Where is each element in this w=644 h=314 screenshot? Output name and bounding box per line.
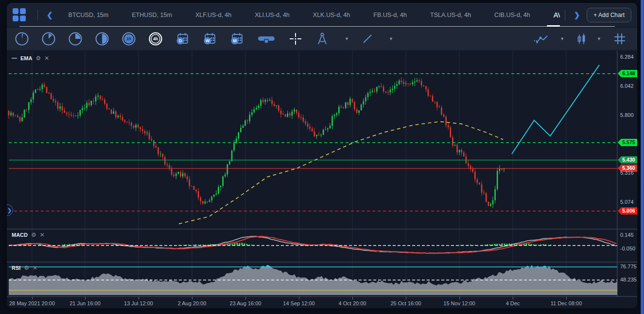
trend-line-icon[interactable] — [361, 33, 374, 45]
time-label: 28 May 2021 20:00 — [7, 300, 59, 306]
chevron-down-icon[interactable]: ▼ — [560, 36, 564, 41]
macd-legend-label: MACD — [12, 232, 28, 238]
price-tick-5.800: 5.800 — [620, 112, 634, 118]
price-tick-5.074: 5.074 — [620, 199, 634, 205]
tab-aval-us-d[interactable]: AVAL.US-d, 4h — [542, 3, 560, 27]
window-edge-scrollbar[interactable] — [641, 0, 644, 314]
ema-settings-gear-icon[interactable]: ⚙ — [35, 55, 41, 62]
divider — [565, 10, 565, 20]
time-tick — [459, 297, 460, 299]
calendar-m-icon[interactable]: M — [229, 32, 244, 46]
chart-toolbar: 1h4hDWM▼▼ ▼ ▼ — [7, 28, 637, 50]
time-tick — [299, 297, 299, 299]
rsi-legend-label: RSI — [12, 265, 20, 271]
rsi-tick-76.775: 76.775 — [620, 264, 637, 269]
macd-tick-0.145: 0.145 — [620, 232, 634, 238]
time-label: 4 Dec — [486, 300, 540, 306]
price-badge-6.148: 6.148 — [618, 70, 637, 77]
crosshair-icon[interactable] — [288, 32, 303, 46]
svg-text:D: D — [179, 38, 182, 43]
time-label: 15 Nov 12:00 — [433, 300, 486, 306]
chart-tabs: BTCUSD, 15mETHUSD, 15mXLF.US-d, 4hXLI.US… — [57, 3, 560, 27]
tab-xlk-us-d[interactable]: XLK.US-d, 4h — [301, 3, 362, 27]
screen: { "topbar": { "tabs": [ {"label": "BTCUS… — [0, 0, 644, 314]
time-label: 13 Jul 12:00 — [112, 300, 165, 306]
tabs-scroll-left-icon[interactable]: ❮ — [43, 11, 57, 19]
macd-tick--0.050: -0.050 — [620, 246, 635, 251]
grid-settings-icon[interactable] — [613, 32, 627, 46]
tab-ethusd[interactable]: ETHUSD, 15m — [120, 3, 184, 27]
add-chart-button[interactable]: + Add Chart — [587, 8, 631, 22]
time-tick — [352, 297, 353, 299]
collapse-indicator-icon[interactable] — [12, 58, 17, 59]
macd-settings-gear-icon[interactable]: ⚙ — [31, 231, 36, 238]
trading-app-window: ❮ BTCUSD, 15mETHUSD, 15mXLF.US-d, 4hXLI.… — [7, 3, 637, 308]
time-tick — [192, 297, 192, 299]
rsi-tick-48.235: 48.235 — [620, 277, 637, 282]
tab-fb-us-d[interactable]: FB.US-d, 4h — [362, 3, 418, 27]
chevron-down-icon[interactable]: ▼ — [597, 36, 601, 41]
time-label: 4 Oct 20:00 — [326, 300, 379, 306]
timeframe-4h-icon[interactable]: 4h — [148, 32, 163, 46]
timeframe-tf-3-icon[interactable] — [68, 32, 83, 46]
time-label: 23 Aug 16:00 — [219, 300, 272, 306]
tab-tsla-us-d[interactable]: TSLA.US-d, 4h — [418, 3, 483, 27]
chevron-down-icon[interactable]: ▼ — [345, 36, 349, 41]
time-tick — [513, 297, 513, 299]
time-label: 2 Aug 20:00 — [165, 300, 219, 306]
svg-text:W: W — [206, 38, 210, 43]
tab-cib-us-d[interactable]: CIB.US-d, 4h — [483, 3, 542, 27]
chart-area: EMA ⚙ ✕ MACD ⚙ ✕ RSI ⚙ ✕ 6.2846.1486.042… — [7, 51, 637, 308]
price-tick-6.284: 6.284 — [620, 54, 634, 60]
range-slider-icon[interactable] — [257, 32, 276, 46]
time-tick — [85, 297, 86, 299]
price-badge-5.006: 5.006 — [618, 207, 637, 215]
macd-legend: MACD ⚙ ✕ — [12, 231, 45, 238]
timeframe-tf-4-icon[interactable] — [95, 32, 109, 46]
divider — [37, 10, 38, 20]
chart-tab-bar: ❮ BTCUSD, 15mETHUSD, 15mXLF.US-d, 4hXLI.… — [7, 3, 637, 27]
toolbar-right-group: ▼ ▼ — [533, 32, 629, 46]
rsi-settings-gear-icon[interactable]: ⚙ — [24, 264, 29, 271]
timeframe-tf-2-icon[interactable] — [41, 32, 56, 46]
tab-xli-us-d[interactable]: XLI.US-d, 4h — [243, 3, 301, 27]
tabs-scroll-right-icon[interactable]: ❯ — [570, 11, 584, 19]
price-badge-5.575: 5.575 — [618, 139, 637, 146]
chevron-down-icon[interactable]: ▼ — [389, 36, 393, 41]
time-tick — [566, 297, 567, 299]
chart-canvas[interactable] — [7, 51, 637, 297]
time-tick — [139, 297, 139, 299]
calendar-d-icon[interactable]: D — [175, 32, 190, 46]
svg-text:M: M — [233, 38, 237, 43]
calendar-w-icon[interactable]: W — [202, 32, 217, 46]
rsi-legend: RSI ⚙ ✕ — [12, 264, 37, 271]
time-tick — [32, 297, 33, 299]
time-label: 11 Dec 08:00 — [540, 300, 593, 306]
timeframe-1h-icon[interactable]: 1h — [122, 32, 136, 46]
chart-style-candles-icon[interactable] — [576, 33, 588, 45]
compass-drawing-icon[interactable] — [315, 32, 330, 46]
tab-xlf-us-d[interactable]: XLF.US-d, 4h — [184, 3, 243, 27]
price-tick-6.042: 6.042 — [620, 83, 634, 89]
rsi-close-icon[interactable]: ✕ — [33, 264, 37, 271]
time-tick — [406, 297, 406, 299]
time-label: 25 Oct 16:00 — [379, 300, 433, 306]
time-tick — [245, 297, 246, 299]
chart-style-line-icon[interactable] — [533, 33, 551, 45]
ema-close-icon[interactable]: ✕ — [44, 55, 49, 62]
ema-legend-label: EMA — [20, 55, 32, 61]
toolbar-left-group: 1h4hDWM▼▼ — [15, 32, 393, 46]
time-label: 21 Jun 16:00 — [58, 300, 112, 306]
svg-text:1h: 1h — [126, 36, 131, 41]
price-badge-5.430: 5.430 — [618, 156, 637, 164]
tab-btcusd[interactable]: BTCUSD, 15m — [57, 3, 121, 27]
price-tick-5.316: 5.316 — [620, 170, 634, 176]
time-label: 14 Sep 12:00 — [272, 300, 326, 306]
macd-close-icon[interactable]: ✕ — [40, 231, 45, 238]
svg-text:4h: 4h — [153, 36, 158, 41]
ema-legend: EMA ⚙ ✕ — [12, 55, 49, 62]
timeframe-tf-1-icon[interactable] — [15, 32, 29, 46]
apps-grid-icon[interactable] — [13, 8, 26, 21]
